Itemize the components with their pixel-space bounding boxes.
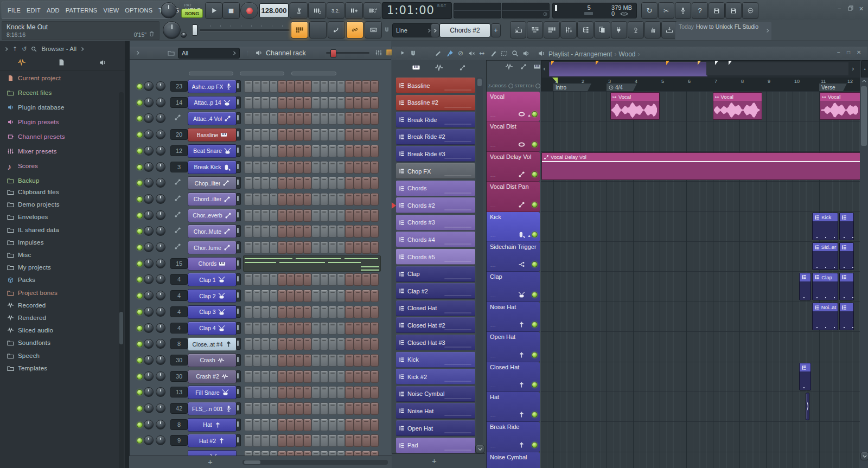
step-cell[interactable] [303,193,312,206]
step-cell[interactable] [320,273,329,286]
channel-led[interactable] [137,100,143,106]
pattern-break-ride-3[interactable]: Break Ride #3 [396,146,475,162]
pattern-bassline-2[interactable]: Bassline #2 [396,95,475,111]
step-cell[interactable] [261,209,270,222]
plugin-picker-toggle[interactable] [611,21,627,39]
typing-keyboard-toggle[interactable] [365,21,382,39]
step-cell[interactable] [253,193,261,206]
step-cell[interactable] [270,209,278,222]
step-cell[interactable] [328,306,337,318]
step-cell[interactable] [328,338,337,350]
step-cell[interactable] [253,241,261,254]
step-cell[interactable] [354,290,362,302]
channel-pan-knob[interactable] [144,210,154,220]
channel-button-close-at-4[interactable]: Close..at #4 [188,337,237,351]
clip-vocal[interactable]: ↦Vocal [820,92,860,120]
channel-volume-knob[interactable] [156,210,165,220]
step-cell[interactable] [278,419,286,431]
wait-for-input-button[interactable] [308,2,326,19]
step-cell[interactable] [270,370,278,383]
step-cell[interactable] [278,97,286,109]
step-cell[interactable] [362,306,371,318]
step-cell[interactable] [295,434,303,447]
channel-mute-switch[interactable] [236,161,241,173]
pattern-chop-fx[interactable]: Chop FX [396,163,475,179]
step-cell[interactable] [328,97,337,109]
clip-segment[interactable] [839,303,853,330]
step-cell[interactable] [253,306,261,318]
step-cell[interactable] [328,209,337,222]
step-cell[interactable] [345,434,354,447]
step-cell[interactable] [371,129,379,141]
channel-button-crash-2[interactable]: Crash #2 [188,370,237,383]
step-cell[interactable] [371,322,379,335]
step-cell[interactable] [345,306,354,318]
mini-knob[interactable] [181,32,187,38]
pattern-noise-cymbal[interactable]: Noise Cymbal [396,386,475,402]
step-cell[interactable] [253,354,261,367]
pattern-kick-2[interactable]: Kick #2 [396,369,475,384]
step-cell[interactable] [345,370,354,383]
step-cell[interactable] [270,225,278,238]
track-led[interactable] [532,352,538,358]
step-cell[interactable] [320,386,329,399]
channel-pan-knob[interactable] [144,81,154,91]
track-header-open-hat[interactable]: Open Hat... [487,332,540,362]
channel-button-clap-1[interactable]: Clap 1 [188,273,237,286]
step-cell[interactable] [253,112,261,125]
pat-mode-button[interactable]: PAT [184,3,192,8]
tempo-tapper-button[interactable] [628,21,644,39]
step-cell[interactable] [320,161,329,174]
channel-button-chor-lume[interactable]: Chor..lume [188,241,237,254]
step-cell[interactable] [371,241,379,254]
step-cell[interactable] [244,129,253,141]
marker-4-4[interactable]: 4/4 [607,84,637,91]
browser-item-il-shared-data[interactable]: IL shared data [0,224,125,236]
step-cell[interactable] [244,290,253,302]
browser-tab-files-icon[interactable] [59,59,65,66]
step-cell[interactable] [261,322,270,335]
tab-automation-icon[interactable] [520,63,527,70]
channel-pan-knob[interactable] [144,98,154,107]
step-cell[interactable] [354,434,362,447]
add-channel-button[interactable]: + [208,457,213,466]
channel-mute-switch[interactable] [236,419,241,431]
playlist-scroll-down-button[interactable] [860,452,868,460]
channel-led[interactable] [137,309,143,315]
step-cell[interactable] [354,209,362,222]
step-cell[interactable] [261,129,270,141]
step-cell[interactable] [244,161,253,174]
browser-tab-snaps-icon[interactable] [17,59,26,66]
step-cell[interactable] [371,225,379,238]
track-led[interactable] [532,412,538,418]
pattern-break-ride-2[interactable]: Break Ride #2 [396,129,475,145]
metronome-button[interactable] [290,2,308,19]
clip-segment[interactable] [839,242,853,270]
channel-pan-knob[interactable] [144,387,154,397]
step-cell[interactable] [295,225,303,238]
step-cell[interactable] [337,322,346,335]
mixer-track-badge[interactable]: 14 [170,97,188,108]
step-cell[interactable] [345,241,354,254]
step-cell[interactable] [354,145,362,157]
step-cell[interactable] [295,241,303,254]
channel-volume-knob[interactable] [156,274,165,284]
step-cell[interactable] [261,225,270,238]
step-cell[interactable] [270,145,278,157]
step-cell[interactable] [311,434,320,447]
playlist-close-button[interactable]: ✕ [857,49,861,55]
step-cell[interactable] [371,370,379,383]
step-cell[interactable] [354,161,362,174]
touch-controller-toggle[interactable] [644,21,661,39]
channel-led[interactable] [137,341,143,347]
channel-pan-knob[interactable] [144,162,154,172]
playlist-timeline[interactable]: 123456789101112Intro4/4Verse [541,78,860,92]
link-parameters-toggle[interactable] [346,21,363,39]
step-cell[interactable] [328,290,337,302]
main-volume-knob[interactable] [161,2,177,18]
browser-menu-icon[interactable] [81,47,84,52]
step-cell[interactable] [253,161,261,174]
channel-mute-switch[interactable] [236,306,241,318]
playlist-grid[interactable]: ↦Vocal↦Vocal↦VocalVocal Delay VolKickSid… [541,91,860,468]
channel-led[interactable] [137,357,143,363]
